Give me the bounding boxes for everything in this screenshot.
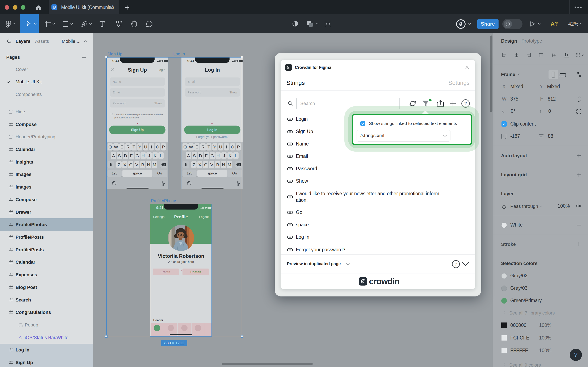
svg-text:?: ? bbox=[455, 262, 457, 267]
svg-text:?: ? bbox=[464, 101, 467, 106]
